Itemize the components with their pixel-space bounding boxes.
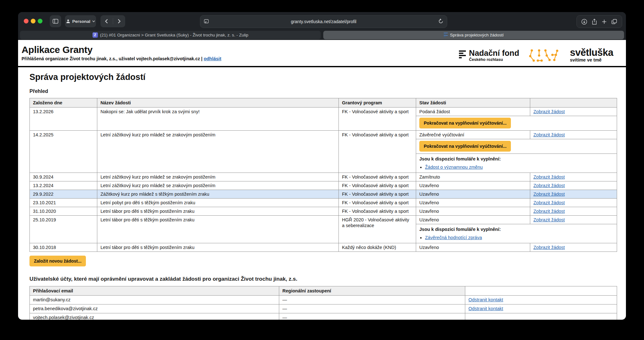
application-status-cell: Uzavřeno xyxy=(416,181,530,190)
tab-zulip-label: (21) #01 Organizacni > Grant Svetluska (… xyxy=(100,33,248,37)
application-status-cell: Podaná žádost xyxy=(416,108,530,116)
continue-cell: Pokračovat na vyplňování vyúčtování... xyxy=(416,139,617,154)
session-text: Přihlášená organizace Život trochu jinak… xyxy=(22,56,203,61)
application-action-cell: Zobrazit žádost xyxy=(530,216,617,224)
chevron-right-icon xyxy=(118,19,121,24)
application-date-cell: 30.9.2024 xyxy=(30,173,97,181)
application-row: 13.2.2026Nakopni se: Jak udělat prvník k… xyxy=(30,108,617,116)
user-email-cell: vojtech.polasek@zivotjinak.cz xyxy=(30,313,279,320)
application-status-cell: Uzavřeno xyxy=(416,190,530,199)
forms-available-label: Jsou k dispozici fomuláře k vyplnění: xyxy=(419,156,614,162)
address-bar[interactable]: granty.svetluska.net/zadatel/profil xyxy=(200,15,447,28)
form-link[interactable]: Závěrečná hodnotící zpráva xyxy=(425,235,482,240)
site-header-left: Aplikace Granty Přihlášená organizace Ži… xyxy=(22,44,221,61)
new-tab-icon[interactable] xyxy=(602,19,607,24)
tab-zulip[interactable]: Z (21) #01 Organizacni > Grant Svetluska… xyxy=(20,31,321,39)
back-button[interactable] xyxy=(100,15,113,27)
view-application-link[interactable]: Zobrazit žádost xyxy=(533,245,565,250)
browser-toolbar: Personal xyxy=(18,12,626,30)
applications-table-body: 13.2.2026Nakopni se: Jak udělat prvník k… xyxy=(30,108,617,252)
application-action-cell: Zobrazit žádost xyxy=(530,108,617,116)
reload-icon xyxy=(438,18,444,24)
new-application-button[interactable]: Založit novou žádost... xyxy=(29,256,86,266)
view-application-link[interactable]: Zobrazit žádost xyxy=(533,183,565,188)
user-region-cell: — xyxy=(279,313,465,320)
view-application-link[interactable]: Zobrazit žádost xyxy=(533,192,565,197)
col-header-region: Regionální zastoupení xyxy=(279,286,465,296)
form-link[interactable]: Žádost o významnou změnu xyxy=(425,165,483,170)
forms-cell: Jsou k dispozici fomuláře k vyplnění:Záv… xyxy=(416,224,617,243)
continue-accounting-button[interactable]: Pokračovat na vyplňování vyúčtování... xyxy=(419,141,511,152)
application-date-cell: 31.10.2020 xyxy=(30,207,97,216)
application-status-cell: Závěrečné vyúčtování xyxy=(416,131,530,139)
users-heading: Uživatelské účty, které mají oprávnění u… xyxy=(29,276,617,282)
application-row: 30.9.2024Letní zážitkový kurz pro mládež… xyxy=(30,173,617,181)
tab-overview-icon[interactable] xyxy=(611,19,617,24)
view-application-link[interactable]: Zobrazit žádost xyxy=(533,174,565,180)
user-email-cell: petra.benedikova@zivotjinak.cz xyxy=(30,304,279,313)
reload-button[interactable] xyxy=(438,18,444,24)
sidebar-icon xyxy=(53,19,58,24)
application-name-cell: Letní zážitkový kurz pro mládež se zrako… xyxy=(97,181,339,190)
zoom-window-button[interactable] xyxy=(38,19,42,23)
nav-buttons xyxy=(100,15,125,27)
application-name-cell: Letní tábor pro děti s těžkým postižením… xyxy=(97,207,339,216)
profile-switcher[interactable]: Personal xyxy=(65,15,96,27)
safari-window: Personal xyxy=(18,12,626,320)
url-text[interactable]: granty.svetluska.net/zadatel/profil xyxy=(200,19,447,24)
application-date-cell: 23.10.2021 xyxy=(30,199,97,207)
application-program-cell: FK - Volnočasové aktivity a sport xyxy=(339,199,416,207)
continue-accounting-button[interactable]: Pokračovat na vyplňování vyúčtování... xyxy=(419,118,511,128)
sidebar-toggle-button[interactable] xyxy=(50,15,61,27)
view-application-link[interactable]: Zobrazit žádost xyxy=(533,200,565,205)
overview-heading: Přehled xyxy=(29,88,617,94)
main-content: Správa projektových žádostí Přehled Zalo… xyxy=(18,72,626,320)
user-email-cell: martin@sukany.cz xyxy=(30,296,279,304)
tab-bar: Z (21) #01 Organizacni > Grant Svetluska… xyxy=(18,30,626,40)
application-name-cell: Letní pobyt pro děti s těžkým postižením… xyxy=(97,199,339,207)
application-row: 31.10.2020Letní tábor pro děti s těžkým … xyxy=(30,207,617,216)
application-name-cell: Letní zážitkový kurz pro mládež se zrako… xyxy=(97,173,339,181)
remove-contact-link[interactable]: Odstranit kontakt xyxy=(468,306,503,311)
continue-cell: Pokračovat na vyplňování vyúčtování... xyxy=(416,116,617,131)
minimize-window-button[interactable] xyxy=(31,19,35,23)
tab-sprava-zadosti[interactable]: Správa projektových žádostí xyxy=(323,31,624,39)
user-row: petra.benedikova@zivotjinak.cz—Odstranit… xyxy=(30,304,617,313)
forms-available-label: Jsou k dispozici fomuláře k vyplnění: xyxy=(419,226,614,232)
view-application-link[interactable]: Zobrazit žádost xyxy=(533,109,565,114)
share-icon[interactable] xyxy=(592,19,597,25)
forms-list: Závěrečná hodnotící zpráva xyxy=(425,235,614,240)
svetluska-line2: svítíme ve tmě xyxy=(570,57,613,62)
page-settings-icon[interactable] xyxy=(204,19,209,24)
application-name-cell: Letní tábor pro děti s těžkým postižením… xyxy=(97,243,339,252)
users-table-head: Přihlašovací email Regionální zastoupení xyxy=(30,286,617,296)
nadacni-fond-logo: Nadační fond Českého rozhlasu xyxy=(459,49,519,62)
application-status-cell: Uzavřeno xyxy=(416,199,530,207)
site-header: Aplikace Granty Přihlášená organizace Ži… xyxy=(18,40,626,67)
application-action-cell: Zobrazit žádost xyxy=(530,181,617,190)
application-program-cell: FK - Volnočasové aktivity a sport xyxy=(339,131,416,173)
forward-button[interactable] xyxy=(113,15,126,27)
view-application-link[interactable]: Zobrazit žádost xyxy=(533,132,565,137)
user-region-cell: — xyxy=(279,304,465,313)
application-row: 23.10.2021Letní pobyt pro děti s těžkým … xyxy=(30,199,617,207)
col-header-date: Založeno dne xyxy=(30,98,97,108)
application-action-cell: Zobrazit žádost xyxy=(530,173,617,181)
view-application-link[interactable]: Zobrazit žádost xyxy=(533,217,565,222)
chevron-left-icon xyxy=(105,19,108,24)
user-action-cell: Odstranit kontakt xyxy=(465,296,617,304)
close-window-button[interactable] xyxy=(24,19,29,23)
application-action-cell: Zobrazit žádost xyxy=(530,131,617,139)
page-content: Aplikace Granty Přihlášená organizace Ži… xyxy=(18,40,626,320)
application-program-cell: FK - Volnočasové aktivity a sport xyxy=(339,190,416,199)
logout-link[interactable]: odhlásit xyxy=(204,56,222,61)
form-list-item: Žádost o významnou změnu xyxy=(425,164,614,170)
view-application-link[interactable]: Zobrazit žádost xyxy=(533,209,565,214)
window-controls xyxy=(24,19,42,23)
col-header-actions xyxy=(530,98,617,108)
application-program-cell: Každý něco dokáže (KND) xyxy=(339,243,416,252)
toolbar-right-buttons xyxy=(576,15,622,28)
form-list-item: Závěrečná hodnotící zpráva xyxy=(425,235,614,240)
remove-contact-link[interactable]: Odstranit kontakt xyxy=(468,297,503,302)
downloads-icon[interactable] xyxy=(581,19,587,25)
